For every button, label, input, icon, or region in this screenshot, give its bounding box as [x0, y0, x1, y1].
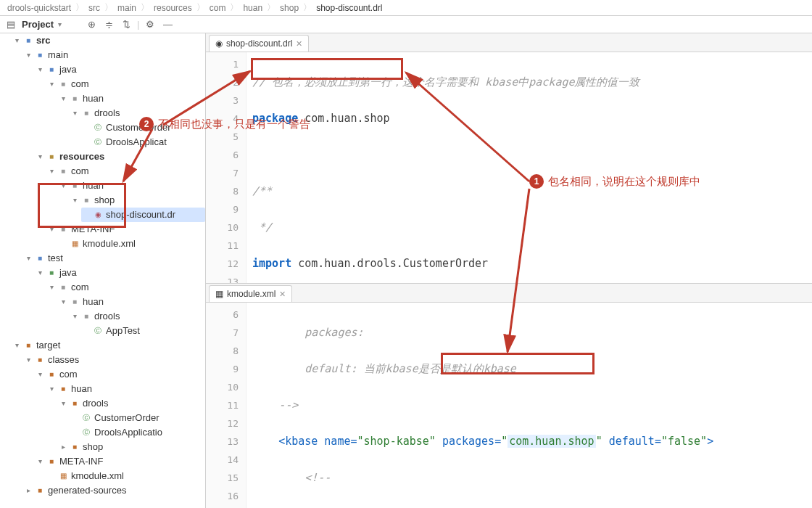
chevron-right-icon[interactable]: ▸ [59, 440, 67, 454]
tree-generated-sources[interactable]: generated-sources [48, 483, 126, 498]
folder-icon: ■ [70, 442, 80, 452]
breadcrumb-seg[interactable]: src [88, 3, 100, 13]
breadcrumb-seg[interactable]: drools-quickstart [7, 3, 71, 13]
chevron-down-icon[interactable]: ▾ [13, 33, 20, 48]
chevron-down-icon[interactable]: ▾ [59, 295, 67, 309]
hide-icon[interactable]: — [161, 18, 174, 31]
tree-drools-app2[interactable]: DroolsApplicatio [94, 425, 162, 440]
chevron-down-icon[interactable]: ▾ [48, 77, 55, 91]
chevron-down-icon[interactable]: ▾ [59, 396, 67, 411]
code-comment: */ [252, 221, 272, 234]
tree-drools-app[interactable]: DroolsApplicat [106, 135, 167, 149]
code-comment: <!-- [304, 471, 331, 484]
tree-kmodule2[interactable]: kmodule.xml [71, 469, 124, 483]
folder-icon: ■ [46, 65, 57, 75]
chevron-down-icon[interactable]: ▾ [59, 179, 67, 193]
tree-huan2[interactable]: huan [83, 179, 104, 193]
chevron-down-icon[interactable]: ▾ [48, 382, 55, 396]
tree-com3[interactable]: com [71, 280, 89, 295]
locate-icon[interactable]: ⊕ [85, 18, 98, 31]
chevron-down-icon[interactable]: ▾ [59, 91, 67, 106]
editor1-tab[interactable]: ◉ shop-discount.drl ✕ [209, 35, 309, 52]
breadcrumb-seg[interactable]: shop [280, 3, 299, 13]
folder-icon: ■ [23, 36, 33, 46]
chevron-down-icon[interactable]: ▾ [71, 106, 78, 120]
folder-icon: ■ [81, 311, 91, 321]
code-import: com.huan.drools.CustomerOrder [298, 257, 488, 270]
project-icon: ▤ [4, 18, 17, 31]
gear-icon[interactable]: ⚙ [144, 18, 157, 31]
tree-java2[interactable]: java [59, 266, 77, 280]
tree-huan4[interactable]: huan [71, 382, 92, 396]
chevron-down-icon[interactable]: ▾ [71, 193, 78, 208]
tree-main[interactable]: main [48, 48, 68, 62]
chevron-right-icon[interactable]: ▸ [25, 483, 32, 498]
chevron-down-icon[interactable]: ▾ [48, 222, 55, 237]
chevron-down-icon[interactable]: ▾ [36, 149, 44, 164]
tree-shop2[interactable]: shop [83, 440, 103, 454]
tree-classes[interactable]: classes [48, 353, 79, 367]
tree-resources[interactable]: resources [59, 149, 104, 164]
tree-com2[interactable]: com [71, 164, 89, 179]
xml-tag: > [707, 435, 713, 448]
breadcrumb-seg[interactable]: resources [154, 3, 192, 13]
folder-icon: ■ [58, 282, 68, 292]
breadcrumb-seg[interactable]: main [117, 3, 136, 13]
tree-java[interactable]: java [59, 62, 77, 77]
tree-huan[interactable]: huan [83, 91, 104, 106]
collapse-icon[interactable]: ⇅ [120, 18, 133, 31]
tree-src[interactable]: src [36, 33, 51, 48]
tree-shop-discount[interactable]: shop-discount.dr [106, 208, 175, 222]
chevron-down-icon[interactable]: ▾ [36, 367, 44, 382]
tree-test[interactable]: test [48, 251, 63, 266]
project-label: Project [22, 19, 54, 30]
tree-drools[interactable]: drools [94, 106, 120, 120]
tree-kmodule[interactable]: kmodule.xml [83, 237, 136, 251]
close-icon[interactable]: ✕ [279, 290, 286, 299]
breadcrumb-bar: drools-quickstart〉 src〉 main〉 resources〉… [0, 0, 812, 16]
tree-drools3[interactable]: drools [83, 396, 108, 411]
chevron-down-icon[interactable]: ▾ [25, 353, 32, 367]
expand-icon[interactable]: ≑ [102, 18, 115, 31]
xml-value: "shop-kabse" [357, 435, 436, 448]
folder-icon: ■ [46, 152, 57, 162]
tree-shop[interactable]: shop [94, 193, 115, 208]
folder-icon: ■ [46, 369, 57, 380]
tree-customer-order[interactable]: CustomerOrder [106, 120, 171, 135]
tree-customer-order2[interactable]: CustomerOrder [94, 411, 160, 425]
project-tree[interactable]: ▾■src ▾■main ▾■java ▾■com ▾■huan [0, 33, 206, 508]
editor2-tab[interactable]: ▦ kmodule.xml ✕ [209, 285, 292, 302]
chevron-down-icon[interactable]: ▾ [71, 309, 78, 324]
editor1-code[interactable]: // 包名，必须放止到第一行，这个名字需要和 kbase中package属性的值… [246, 52, 812, 283]
tree-target[interactable]: target [36, 338, 60, 353]
tree-drools2[interactable]: drools [94, 309, 120, 324]
tree-huan3[interactable]: huan [83, 295, 104, 309]
tree-meta-inf[interactable]: META-INF [71, 222, 115, 237]
chevron-down-icon[interactable]: ▾ [36, 454, 44, 469]
folder-icon: ■ [70, 94, 80, 104]
folder-icon: ■ [35, 486, 45, 496]
chevron-down-icon[interactable]: ▾ [36, 266, 44, 280]
chevron-down-icon[interactable]: ▾ [25, 48, 32, 62]
close-icon[interactable]: ✕ [296, 39, 302, 49]
breadcrumb-seg[interactable]: huan [243, 3, 262, 13]
chevron-down-icon[interactable]: ▾ [48, 280, 55, 295]
tree-com4[interactable]: com [59, 367, 78, 382]
code-package: com.huan.shop [304, 112, 389, 125]
tree-com[interactable]: com [71, 77, 89, 91]
folder-icon: ■ [46, 456, 57, 467]
chevron-down-icon[interactable]: ▾ [36, 62, 44, 77]
project-toolbar: ▤ Project ▾ ⊕ ≑ ⇅ | ⚙ — [0, 16, 812, 33]
breadcrumb-file[interactable]: shop-discount.drl [316, 3, 382, 13]
chevron-down-icon[interactable]: ▾ [13, 338, 20, 353]
folder-icon: ■ [23, 340, 33, 351]
editor2-tabbar: ▦ kmodule.xml ✕ [206, 284, 812, 303]
tree-meta-inf2[interactable]: META-INF [59, 454, 103, 469]
tree-apptest[interactable]: AppTest [106, 324, 140, 338]
chevron-down-icon[interactable]: ▾ [25, 251, 32, 266]
code-comment: --> [278, 398, 298, 411]
editor2-code[interactable]: packages: default: 当前kbase是否是默认的kbase --… [246, 303, 812, 508]
xml-attr: default= [609, 435, 661, 448]
chevron-down-icon[interactable]: ▾ [48, 164, 55, 179]
breadcrumb-seg[interactable]: com [210, 3, 226, 13]
